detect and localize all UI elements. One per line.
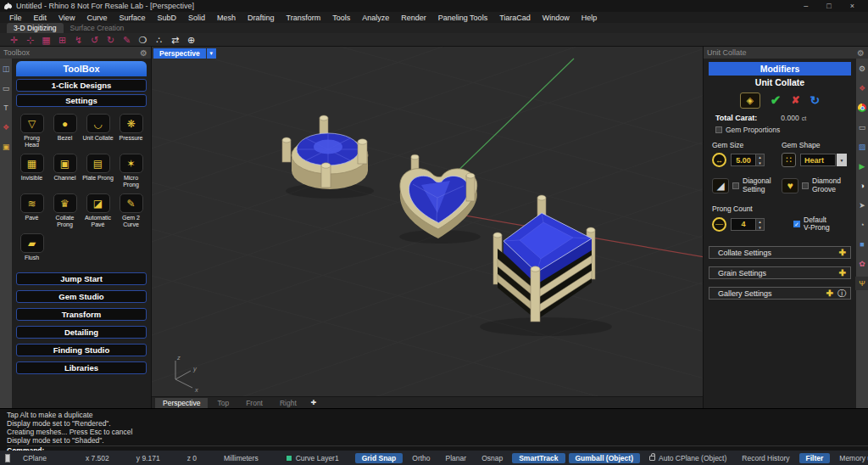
flower-icon[interactable]: ✿ [857,259,867,269]
tile-invisible[interactable]: ▦ Invisible [16,154,47,188]
status-units[interactable]: Millimeters [216,454,266,462]
confirm-icon[interactable]: ✔ [771,92,782,108]
smarttrack-toggle[interactable]: SmartTrack [512,453,565,463]
plus-icon[interactable]: ✚ [839,268,846,277]
command-area[interactable]: Tap Alt to make a duplicate Display mode… [0,408,868,451]
gallery-settings-section[interactable]: Gallery Settings ✚ ⓘ [709,287,851,300]
info-icon[interactable]: ⓘ [837,288,846,300]
tab-surface-creation[interactable]: Surface Creation [64,23,131,33]
pane-toggle-icon[interactable] [5,454,10,462]
tile-prong-head[interactable]: ▽ Prong Head [16,114,47,148]
tile-bezel[interactable]: ● Bezel [49,114,81,148]
viewport-title[interactable]: Perspective [153,48,206,59]
render-style-icon[interactable]: ❖ [857,83,867,93]
gear-icon[interactable]: ⚙ [857,64,867,74]
record-history-toggle[interactable]: Record History [734,454,797,462]
monitor-icon[interactable]: ▭ [1,83,11,93]
grain-settings-section[interactable]: Grain Settings ✚ [709,266,851,279]
libraries-button[interactable]: Libraries [16,361,147,374]
tile-automatic-pave[interactable]: ◪ Automatic Pavé [82,193,114,228]
perspective-viewport[interactable]: Perspective ▼ [151,47,704,408]
tile-gem-2-curve[interactable]: ✎ Gem 2 Curve [115,193,147,228]
menu-tools[interactable]: Tools [326,14,356,22]
tab-3d-digitizing[interactable]: 3-D Digitizing [7,23,64,33]
contrast-icon[interactable]: ◑ [857,181,867,191]
spin-down-icon[interactable]: ▾ [756,160,764,166]
prong-count-spinner[interactable]: 4 ▴ ▾ [731,218,765,231]
plus-icon[interactable]: ✚ [826,289,833,298]
digitize-rotate-left-icon[interactable]: ↺ [89,34,100,46]
spin-up-icon[interactable]: ▴ [756,219,764,225]
menu-drafting[interactable]: Drafting [242,14,281,22]
browser-icon[interactable] [857,103,867,113]
digitize-section-icon[interactable]: ⊞ [57,34,68,46]
menu-paneling-tools[interactable]: Paneling Tools [432,14,493,22]
circle-center-icon[interactable]: ⊕ [186,34,197,46]
toolbox-panel-titlebar[interactable]: Toolbox ⚙ [0,47,151,59]
menu-subd[interactable]: SubD [151,14,182,22]
heart-setting-object[interactable] [399,154,481,244]
add-viewport-icon[interactable]: ✚ [306,399,322,406]
digitize-sketch-icon[interactable]: ✎ [121,34,132,46]
digitize-grid-icon[interactable]: ▦ [41,34,52,46]
gear-icon[interactable]: ⚙ [857,48,865,58]
tile-flush[interactable]: ▰ Flush [16,233,47,261]
filter-toggle[interactable]: Filter [799,453,831,463]
tile-pressure[interactable]: ❋ Pressure [115,114,147,148]
menu-file[interactable]: File [3,14,28,22]
viewport-scene[interactable]: Perspective ▼ [152,47,703,396]
monitor-icon[interactable]: ▭ [857,122,867,132]
collate-settings-section[interactable]: Collate Settings ✚ [709,246,851,259]
menu-mesh[interactable]: Mesh [211,14,242,22]
menu-help[interactable]: Help [576,14,604,22]
render-style-icon[interactable]: ❖ [1,122,11,132]
scene-canvas[interactable]: z y x [152,47,703,396]
vtab-right[interactable]: Right [272,398,304,408]
vtab-front[interactable]: Front [238,398,270,408]
swap-loop-icon[interactable]: ⇄ [170,34,181,46]
maximize-button[interactable]: □ [826,2,831,10]
tile-plate-prong[interactable]: ▤ Plate Prong [82,154,114,188]
auto-cplane-toggle[interactable]: Auto CPlane (Object) [642,454,734,462]
spin-up-icon[interactable]: ▴ [756,154,764,160]
tile-pave[interactable]: ≋ Pavé [16,193,47,228]
reset-icon[interactable]: ↻ [810,93,820,107]
cushion-basket-object[interactable] [480,195,612,336]
viewport-menu-arrow-icon[interactable]: ▼ [207,48,216,59]
toolbox-tab-icon[interactable]: ▣ [1,142,11,152]
pointer-icon[interactable]: ➤ [857,200,867,210]
menu-tiaracad[interactable]: TiaraCad [493,14,537,22]
spin-down-icon[interactable]: ▾ [756,225,764,231]
jump-start-button[interactable]: Jump Start [16,272,147,285]
planar-toggle[interactable]: Planar [438,454,475,462]
grid-snap-toggle[interactable]: Grid Snap [355,453,403,463]
text-tool-icon[interactable]: T [1,103,11,113]
ortho-toggle[interactable]: Ortho [404,454,437,462]
vtab-top[interactable]: Top [209,398,236,408]
box-display-icon[interactable]: ◫ [1,64,11,74]
detailing-button[interactable]: Detailing [16,326,147,339]
digitize-calibrate-icon[interactable]: ✛ [8,34,19,46]
gear-icon[interactable]: ⚙ [140,48,147,58]
gem-shape-dropdown[interactable]: Heart ▼ [800,154,847,166]
tile-channel[interactable]: ▣ Channel [49,154,81,188]
diagonal-setting-checkbox[interactable] [732,182,739,189]
chevron-down-icon[interactable]: ▼ [837,154,847,166]
menu-render[interactable]: Render [395,14,432,22]
gem-proportions-checkbox[interactable] [715,126,722,133]
menu-analyze[interactable]: Analyze [356,14,395,22]
osnap-toggle[interactable]: Osnap [474,454,510,462]
tile-micro-prong[interactable]: ✶ Micro Prong [115,154,147,188]
plus-icon[interactable]: ✚ [839,248,846,257]
tile-unit-collate[interactable]: ◡ Unit Collate [82,114,114,148]
menu-curve[interactable]: Curve [81,14,113,22]
unit-collate-titlebar[interactable]: Unit Collate ⚙ [704,47,868,59]
toolbox-header[interactable]: ToolBox [16,61,147,76]
gem-size-spinner[interactable]: 5.00 ▴ ▾ [731,154,765,166]
prong-panel-icon[interactable]: Ψ [857,278,867,289]
digitize-rotate-right-icon[interactable]: ↻ [105,34,116,46]
cancel-icon[interactable]: ✘ [791,94,799,106]
one-click-designs-button[interactable]: 1-Click Designs [16,79,147,92]
gem-preview-button[interactable]: ◈ [740,92,760,109]
menu-window[interactable]: Window [537,14,576,22]
